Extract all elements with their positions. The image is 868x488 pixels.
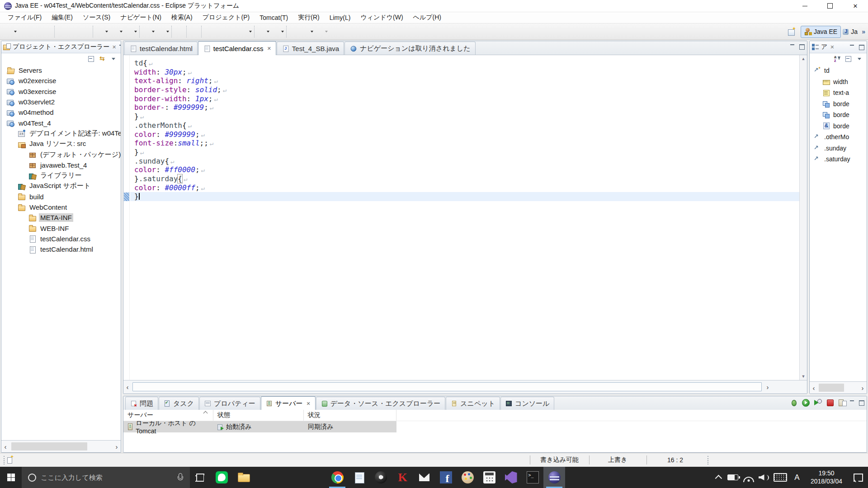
panel-tab[interactable]: スニペット	[446, 397, 500, 410]
scroll-right-icon[interactable]: ›	[113, 441, 121, 452]
perspective-java[interactable]: Ja	[841, 26, 860, 38]
dropdown-caret-icon[interactable]	[166, 31, 169, 33]
start-server-icon[interactable]	[802, 399, 810, 407]
dropdown-caret-icon[interactable]	[281, 31, 284, 33]
open-resource-button[interactable]	[215, 26, 226, 38]
open-perspective-icon[interactable]	[788, 28, 796, 35]
run-button[interactable]	[109, 26, 123, 38]
menubar-item-9[interactable]: ウィンドウ(W)	[355, 13, 408, 23]
minimize-button[interactable]	[792, 0, 817, 12]
dropdown-caret-icon[interactable]	[267, 31, 269, 33]
code-line[interactable]: text-align: right;↵	[134, 76, 799, 85]
code-line[interactable]: color: #999999;↵	[134, 130, 799, 139]
code-line[interactable]: color: #0000ff;↵	[134, 183, 799, 192]
taskbar-notepad-button[interactable]	[348, 467, 370, 488]
editor-tab[interactable]: Test_4_SB.java	[277, 42, 344, 55]
scroll-up-icon[interactable]: ▲	[800, 55, 807, 62]
code-line[interactable]: font-size:small;;↵	[134, 139, 799, 148]
scrollbar-thumb[interactable]	[132, 382, 762, 391]
debug-button[interactable]	[94, 26, 109, 38]
print-button[interactable]	[41, 26, 53, 38]
run-external-tools-button[interactable]	[123, 26, 138, 38]
code-line[interactable]: .otherMonth{↵	[134, 121, 799, 130]
last-edit-location-button[interactable]	[288, 26, 300, 38]
search-input[interactable]	[41, 474, 177, 481]
clone-view-button[interactable]	[226, 26, 238, 38]
stop-server-icon[interactable]	[826, 399, 835, 407]
code-line[interactable]: width: 30px;↵	[134, 68, 799, 77]
scroll-left-icon[interactable]: ‹	[123, 380, 132, 394]
taskbar-calculator-button[interactable]	[478, 467, 500, 488]
code-line[interactable]: border-width: 1px;↵	[134, 94, 799, 103]
dropdown-caret-icon[interactable]	[325, 31, 328, 33]
menubar-item-3[interactable]: ナビゲート(N)	[115, 13, 166, 23]
web-browser-button[interactable]	[173, 26, 185, 38]
perspective-java-ee[interactable]: Java EE	[801, 26, 841, 38]
view-menu-icon[interactable]	[110, 55, 118, 63]
tree-item[interactable]: td	[810, 65, 867, 76]
close-icon[interactable]: ✕	[112, 44, 116, 50]
close-icon[interactable]: ✕	[307, 401, 311, 407]
tree-item[interactable]: WebContent	[1, 202, 121, 212]
taskbar-eclipse-button[interactable]	[543, 467, 565, 488]
limy-coverage-1-button[interactable]	[56, 26, 68, 38]
link-with-editor-icon[interactable]	[99, 55, 107, 63]
code-line[interactable]: border-: #999999;↵	[134, 103, 799, 112]
taskbar-facebook-button[interactable]	[435, 467, 457, 488]
tree-item[interactable]: Java リソース: src	[1, 139, 121, 149]
code-line[interactable]: border-style: solid;↵	[134, 85, 799, 94]
tree-item[interactable]: testCalendar.css	[1, 234, 121, 244]
panel-tab[interactable]: サーバー✕	[261, 396, 316, 410]
dropdown-caret-icon[interactable]	[120, 31, 123, 33]
publish-server-icon[interactable]	[838, 399, 847, 407]
profile-server-icon[interactable]	[814, 399, 822, 407]
microphone-icon[interactable]	[177, 473, 183, 482]
view-menu-icon[interactable]	[856, 55, 864, 63]
close-icon[interactable]: ✕	[267, 46, 271, 52]
limy-coverage-2-button[interactable]	[68, 26, 80, 38]
maximize-view-icon[interactable]	[858, 44, 865, 50]
format-brush-button[interactable]	[238, 26, 253, 38]
code-line[interactable]: td{↵	[134, 59, 799, 68]
debug-server-icon[interactable]	[789, 399, 798, 407]
tree-item[interactable]: JavaScript サポート	[1, 181, 121, 191]
taskbar-visual-studio-button[interactable]	[500, 467, 522, 488]
code-line[interactable]: }↵	[134, 112, 799, 121]
dropdown-caret-icon[interactable]	[249, 31, 252, 33]
taskbar-chrome-button[interactable]	[326, 467, 348, 488]
dropdown-caret-icon[interactable]	[311, 31, 313, 33]
scroll-right-icon[interactable]: ›	[859, 382, 867, 394]
menubar-item-4[interactable]: 検索(A)	[166, 13, 198, 23]
new-web-service-button[interactable]	[156, 26, 170, 38]
dropdown-caret-icon[interactable]	[14, 31, 17, 33]
tree-item[interactable]: build	[1, 192, 121, 202]
tree-item[interactable]: w04Test_4	[1, 117, 121, 128]
tree-item[interactable]: text-a	[810, 87, 867, 99]
limy-coverage-3-button[interactable]	[80, 26, 91, 38]
tree-item[interactable]: (デフォルト・パッケージ)	[1, 149, 121, 160]
code-line[interactable]: }↵	[134, 148, 799, 157]
maximize-editor-icon[interactable]	[798, 43, 805, 50]
panel-tab[interactable]: コンソール	[500, 397, 554, 410]
touch-keyboard-icon[interactable]	[771, 467, 789, 488]
minimize-view-icon[interactable]	[849, 399, 856, 406]
tree-item[interactable]: javaweb.Test_4	[1, 160, 121, 170]
column-header[interactable]: 状況	[304, 410, 396, 421]
tree-item[interactable]: w02exercise	[1, 75, 121, 86]
close-icon[interactable]: ✕	[830, 44, 834, 50]
battery-icon[interactable]	[726, 467, 741, 488]
editor-tab[interactable]: testCalendar.css✕	[198, 41, 276, 55]
code-line[interactable]: color: #ff0000;↵	[134, 165, 799, 174]
new-shortcut-icon[interactable]	[7, 456, 13, 463]
menubar-item-5[interactable]: プロジェクト(P)	[198, 13, 255, 23]
code-line[interactable]: .sunday{↵	[134, 157, 799, 166]
maximize-view-icon[interactable]	[858, 399, 865, 406]
scroll-left-icon[interactable]: ‹	[1, 441, 9, 452]
taskbar-mail-button[interactable]	[413, 467, 435, 488]
editor-tab[interactable]: testCalendar.html	[124, 42, 198, 55]
project-explorer-hscrollbar[interactable]: ‹ ›	[1, 440, 121, 452]
panel-tab[interactable]: タスク	[159, 397, 199, 410]
scrollbar-thumb[interactable]	[819, 384, 844, 392]
panel-tab[interactable]: プロパティー	[199, 397, 260, 410]
ime-indicator[interactable]: A	[789, 467, 805, 488]
